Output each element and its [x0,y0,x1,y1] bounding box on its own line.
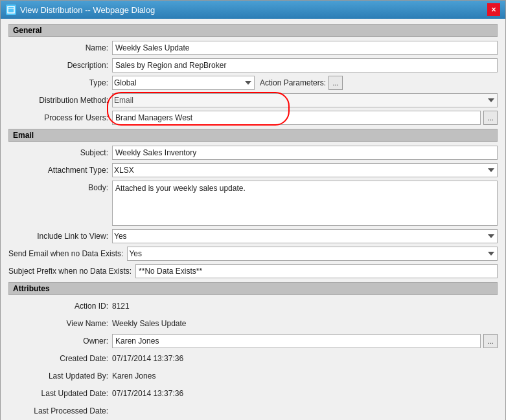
dist-method-label: Distribution Method: [8,96,112,105]
description-label: Description: [8,61,112,70]
subject-input[interactable] [112,146,498,160]
action-params-label: Action Parameters: [260,78,326,87]
action-id-row: Action ID: 8121 [8,299,498,313]
dialog-body: General Name: Description: Type: Global … [1,19,505,420]
process-users-input[interactable] [112,111,481,125]
subject-row: Subject: [8,146,498,160]
subject-label: Subject: [8,148,112,157]
owner-label: Owner: [8,337,112,346]
highlighted-section: Distribution Method: Email Printer File … [8,93,498,125]
type-label: Type: [8,78,112,87]
dist-method-row: Distribution Method: Email Printer File [8,93,498,107]
send-email-row: Send Email when no Data Exists: Yes No [8,247,498,261]
subject-prefix-input[interactable] [135,264,498,278]
send-email-label: Send Email when no Data Exists: [8,249,127,258]
process-users-row: Process for Users: ... [8,111,498,125]
created-date-value: 07/17/2014 13:37:36 [112,353,183,364]
last-updated-by-label: Last Updated By: [8,371,112,381]
section-email: Email [8,129,498,142]
last-updated-date-label: Last Updated Date: [8,389,112,398]
view-name-row: View Name: Weekly Sales Update [8,316,498,331]
body-row: Body: Attached is your weekly sales upda… [8,181,498,226]
body-label: Body: [8,181,112,192]
action-id-label: Action ID: [8,302,112,311]
action-params-button[interactable]: ... [328,76,343,90]
include-link-select[interactable]: Yes No [112,229,498,243]
name-row: Name: [8,41,498,55]
owner-input-wrap: ... [112,334,498,348]
subject-prefix-label: Subject Prefix when no Data Exists: [8,267,135,276]
title-bar-left: View Distribution -- Webpage Dialog [6,5,155,15]
attachment-type-row: Attachment Type: XLSX PDF CSV [8,163,498,177]
title-bar: View Distribution -- Webpage Dialog × [1,1,505,19]
process-users-button[interactable]: ... [483,111,498,125]
description-input[interactable] [112,58,498,72]
attachment-type-select[interactable]: XLSX PDF CSV [112,163,498,177]
app-icon [6,5,16,15]
name-input[interactable] [112,41,498,55]
last-updated-date-row: Last Updated Date: 07/17/2014 13:37:36 [8,386,498,401]
name-label: Name: [8,43,112,52]
process-users-label: Process for Users: [8,113,112,122]
svg-rect-0 [8,6,14,13]
view-name-label: View Name: [8,319,112,328]
action-id-value: 8121 [112,300,130,312]
include-link-label: Include Link to View: [8,232,112,241]
last-processed-label: Last Processed Date: [8,406,112,415]
body-textarea[interactable]: Attached is your weekly sales update. [112,181,498,226]
section-general: General [8,24,498,37]
subject-prefix-row: Subject Prefix when no Data Exists: [8,264,498,278]
owner-row: Owner: ... [8,334,498,348]
close-button[interactable]: × [487,3,500,16]
created-date-label: Created Date: [8,354,112,363]
dialog-window: View Distribution -- Webpage Dialog × Ge… [0,0,506,420]
owner-input[interactable] [112,334,481,348]
view-name-value: Weekly Sales Update [112,318,187,329]
section-attributes: Attributes [8,282,498,295]
dist-method-select[interactable]: Email Printer File [112,93,498,107]
title-text: View Distribution -- Webpage Dialog [20,5,155,15]
last-updated-by-row: Last Updated By: Karen Jones [8,369,498,383]
created-date-row: Created Date: 07/17/2014 13:37:36 [8,351,498,366]
type-select[interactable]: Global Local Personal [112,76,255,90]
include-link-row: Include Link to View: Yes No [8,229,498,243]
last-updated-by-value: Karen Jones [112,370,155,382]
process-users-input-wrap: ... [112,111,498,125]
attachment-type-label: Attachment Type: [8,166,112,175]
type-row: Type: Global Local Personal Action Param… [8,76,498,90]
send-email-select[interactable]: Yes No [127,247,498,261]
description-row: Description: [8,58,498,72]
last-updated-date-value: 07/17/2014 13:37:36 [112,388,183,399]
owner-button[interactable]: ... [483,334,498,348]
last-processed-row: Last Processed Date: [8,404,498,418]
